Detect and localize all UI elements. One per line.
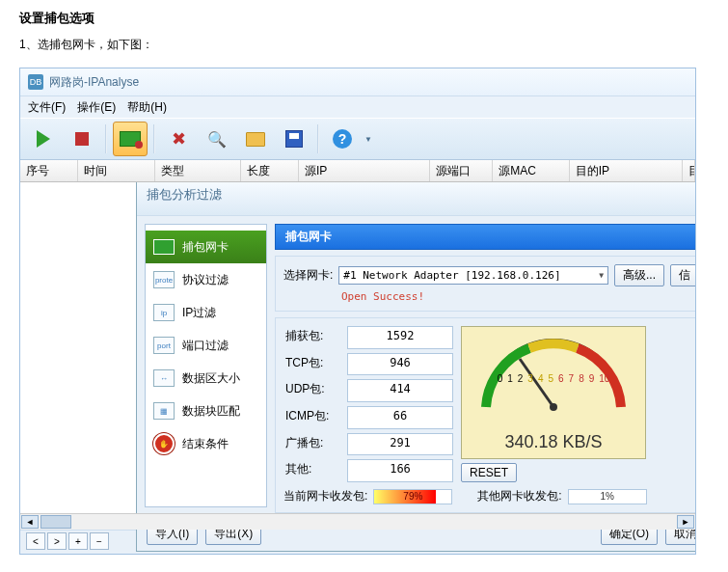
stat-tcp: 946 (347, 353, 453, 376)
nic-select-panel: 选择网卡: #1 Network Adapter [192.168.0.126]… (275, 256, 696, 312)
stat-other: 166 (347, 459, 453, 482)
toolbar-separator (105, 124, 107, 153)
sidebar-item-label: 数据块匹配 (182, 403, 240, 420)
nic-select[interactable]: #1 Network Adapter [192.168.0.126] ▼ (338, 266, 608, 285)
sidebar-item-label: 结束条件 (182, 436, 229, 452)
toolbar-delete-button[interactable]: ✖ (161, 122, 196, 156)
stat-label: UDP包: (283, 379, 341, 402)
page-prev-button[interactable]: < (26, 532, 45, 550)
col-dst-port[interactable]: 目的端口 (683, 160, 695, 181)
sidebar-item-protocol[interactable]: prote 协议过滤 (146, 263, 266, 296)
toolbar-help-button[interactable]: ? (325, 122, 360, 156)
protocol-icon: prote (153, 269, 175, 290)
toolbar-help-dropdown[interactable]: ▼ (364, 135, 373, 144)
toolbar-separator (153, 124, 155, 153)
delete-icon: ✖ (172, 128, 186, 150)
stats-grid: 捕获包: 1592 TCP包: 946 UDP包: 414 ICMP包: 66 … (283, 326, 453, 482)
sidebar-item-port[interactable]: port 端口过滤 (146, 329, 266, 362)
sidebar-item-nic[interactable]: 捕包网卡 (146, 231, 266, 263)
rx-other-value: 1% (569, 491, 646, 502)
page-minus-button[interactable]: − (90, 532, 109, 550)
app-window: DB 网路岗-IPAnalyse 文件(F) 操作(E) 帮助(H) ✖ 🔍 ?… (19, 68, 696, 555)
scroll-left-icon[interactable]: ◄ (21, 515, 39, 529)
col-src-port[interactable]: 源端口 (430, 160, 493, 181)
col-length[interactable]: 长度 (241, 160, 299, 181)
rx-current-bar: 79% (373, 489, 452, 504)
page-next-button[interactable]: > (47, 532, 67, 550)
toolbar-find-button[interactable]: 🔍 (200, 122, 234, 156)
search-icon: 🔍 (207, 130, 227, 149)
ip-icon: ip (153, 302, 175, 323)
col-time[interactable]: 时间 (78, 160, 154, 181)
stat-icmp: 66 (347, 406, 453, 429)
menu-help[interactable]: 帮助(H) (127, 99, 167, 116)
toolbar-stop-button[interactable] (65, 122, 99, 156)
toolbar-save-button[interactable] (277, 122, 311, 156)
sidebar-item-end[interactable]: ✋ 结束条件 (146, 427, 266, 460)
speed-gauge: 012345678910 340.18 KB/S (461, 326, 646, 459)
play-icon (37, 130, 50, 148)
scroll-right-icon[interactable]: ► (677, 515, 694, 529)
sidebar-item-match[interactable]: ▦ 数据块匹配 (146, 395, 266, 427)
dropdown-icon: ▼ (599, 271, 604, 280)
rx-current-label: 当前网卡收发包: (283, 488, 367, 504)
stat-udp: 414 (347, 379, 453, 402)
help-icon: ? (333, 129, 352, 149)
filter-sidebar: 捕包网卡 prote 协议过滤 ip IP过滤 port 端口过滤 (145, 224, 267, 507)
stats-panel: 捕获包: 1592 TCP包: 946 UDP包: 414 ICMP包: 66 … (275, 317, 696, 513)
window-title: 网路岗-IPAnalyse (49, 74, 139, 91)
dialog-title: 捕包分析过滤 (137, 182, 696, 216)
port-icon: port (153, 335, 175, 356)
sidebar-item-size[interactable]: ↔ 数据区大小 (146, 362, 266, 395)
stat-label: 其他: (283, 459, 341, 482)
nic-select-value: #1 Network Adapter [192.168.0.126] (343, 269, 560, 282)
filter-dialog: 捕包分析过滤 捕包网卡 prote 协议过滤 ip IP过滤 (136, 182, 696, 552)
col-dst-ip[interactable]: 目的IP (570, 160, 683, 181)
menu-file[interactable]: 文件(F) (28, 99, 66, 116)
scroll-thumb[interactable] (40, 515, 71, 529)
page-plus-button[interactable]: + (68, 532, 88, 550)
stat-label: ICMP包: (283, 406, 341, 429)
col-src-mac[interactable]: 源MAC (493, 160, 569, 181)
stat-label: TCP包: (283, 353, 341, 376)
panel-title: 捕包网卡 (275, 224, 696, 250)
folder-icon (246, 132, 265, 147)
open-status: Open Success! (341, 290, 696, 303)
sidebar-item-label: IP过滤 (182, 305, 216, 321)
nic-icon (153, 236, 175, 258)
dialog-content: 捕包网卡 选择网卡: #1 Network Adapter [192.168.0… (275, 224, 696, 507)
menu-operate[interactable]: 操作(E) (77, 99, 116, 116)
horizontal-scrollbar[interactable]: ◄ ► (20, 513, 695, 530)
sidebar-item-ip[interactable]: ip IP过滤 (146, 296, 266, 329)
title-bar: DB 网路岗-IPAnalyse (20, 68, 695, 96)
menu-bar: 文件(F) 操作(E) 帮助(H) (20, 96, 695, 118)
col-seq[interactable]: 序号 (20, 160, 78, 181)
toolbar: ✖ 🔍 ? ▼ (20, 118, 695, 160)
gauge-scale: 012345678910 (462, 373, 645, 384)
sidebar-item-label: 协议过滤 (182, 272, 229, 288)
toolbar-nic-button[interactable] (113, 122, 148, 156)
stop-icon: ✋ (153, 433, 175, 454)
stat-label: 捕获包: (283, 326, 341, 349)
stat-label: 广播包: (283, 433, 341, 456)
gauge-speed-value: 340.18 KB/S (504, 432, 602, 452)
match-icon: ▦ (153, 400, 175, 422)
rx-other-label: 其他网卡收发包: (477, 488, 561, 504)
svg-point-1 (550, 403, 557, 411)
toolbar-open-button[interactable] (238, 122, 273, 156)
column-headers: 序号 时间 类型 长度 源IP 源端口 源MAC 目的IP 目的端口 (20, 160, 695, 182)
stat-captured: 1592 (347, 326, 453, 349)
doc-step-1: 1、选捕包网卡，如下图： (19, 37, 709, 53)
info-button[interactable]: 信 (670, 264, 696, 286)
sidebar-item-label: 数据区大小 (182, 370, 240, 387)
col-src-ip[interactable]: 源IP (299, 160, 430, 181)
stat-broadcast: 291 (347, 433, 453, 456)
packet-list-area: 捕包分析过滤 捕包网卡 prote 协议过滤 ip IP过滤 (20, 182, 695, 530)
stop-icon (75, 132, 89, 146)
app-icon: DB (28, 74, 43, 90)
nic-label: 选择网卡: (283, 267, 333, 284)
advanced-button[interactable]: 高级... (614, 264, 664, 286)
toolbar-start-button[interactable] (26, 122, 61, 156)
col-type[interactable]: 类型 (155, 160, 241, 181)
reset-button[interactable]: RESET (461, 463, 517, 482)
